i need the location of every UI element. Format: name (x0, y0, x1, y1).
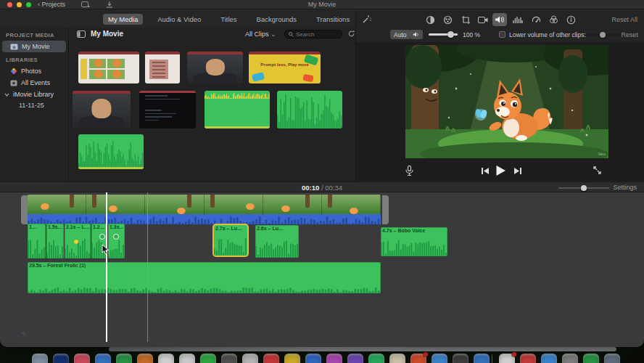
dock-app-icon[interactable] (520, 354, 536, 363)
volume-icon[interactable] (492, 13, 507, 26)
reset-button[interactable]: Reset (621, 31, 638, 38)
tab-titles[interactable]: Titles (215, 14, 242, 25)
stabilization-icon[interactable] (476, 13, 490, 26)
sidebar-item-imovie-library[interactable]: iMovie Library (0, 89, 68, 100)
dock-app-icon[interactable] (200, 354, 216, 363)
auto-volume-button[interactable]: Auto (390, 30, 410, 39)
clip-filter-icon[interactable] (546, 13, 561, 26)
clip-info-icon[interactable] (564, 13, 578, 26)
media-clip-audio-green[interactable] (277, 91, 342, 129)
mute-button[interactable] (410, 30, 423, 39)
timeline-audio-clip-selected[interactable]: 2.7s – Lu… (214, 225, 247, 256)
timeline-zoom-knob[interactable] (581, 185, 587, 191)
dock-app-icon[interactable] (116, 354, 132, 363)
media-clip-audio-voice[interactable] (78, 134, 144, 169)
play-button[interactable] (495, 165, 506, 176)
timeline-audio-clip[interactable]: 1.3s… (108, 224, 125, 258)
next-frame-button[interactable] (513, 167, 522, 175)
record-voiceover-mic-icon[interactable] (405, 166, 413, 176)
export-share-icon[interactable] (106, 1, 113, 8)
tab-transitions[interactable]: Transitions (311, 14, 355, 25)
playhead[interactable] (106, 192, 107, 342)
clip-effect-badge[interactable] (99, 234, 105, 240)
timeline-audio-clip[interactable]: 2.6s – Lu… (255, 225, 299, 258)
dock-app-icon[interactable] (604, 354, 620, 363)
dock-app-icon[interactable] (474, 354, 490, 363)
media-clip-terminal[interactable] (139, 91, 196, 129)
speed-icon[interactable] (529, 13, 543, 26)
dock-app-icon[interactable] (326, 354, 342, 363)
dock-app-icon[interactable] (32, 354, 48, 363)
sidebar-item-my-movie[interactable]: My Movie (2, 41, 66, 52)
dock-app-icon[interactable] (389, 354, 405, 363)
clip-trim-handle-left[interactable] (21, 195, 28, 224)
minimize-window-button[interactable] (17, 2, 22, 7)
dock-app-icon[interactable] (541, 354, 557, 363)
dock-app-icon[interactable] (583, 354, 599, 363)
dock-app-icon[interactable] (95, 354, 111, 363)
media-clip-audio-yellow[interactable] (205, 91, 270, 129)
clip-trim-handle-right[interactable] (382, 195, 389, 224)
dock-app-icon[interactable] (242, 354, 258, 363)
timeline-audio-clip[interactable]: 4.7s – Bobo Voice (381, 227, 447, 256)
lower-volume-slider-knob[interactable] (600, 32, 606, 38)
media-clip-document[interactable] (145, 52, 180, 83)
fullscreen-icon[interactable] (593, 166, 602, 175)
volume-slider-knob[interactable] (447, 31, 454, 38)
sidebar-toggle-icon[interactable] (77, 30, 86, 38)
color-balance-icon[interactable] (423, 13, 437, 26)
dock-app-icon[interactable] (432, 354, 447, 363)
noise-reduction-eq-icon[interactable] (511, 13, 525, 26)
tab-backgrounds[interactable]: Backgrounds (252, 14, 302, 25)
refresh-icon[interactable] (347, 30, 355, 38)
sidebar-item-event-11-11-25[interactable]: 11-11-25 (0, 100, 68, 110)
dock-app-icon[interactable] (562, 354, 578, 363)
timeline-audio-clip[interactable]: 1… (28, 224, 46, 258)
clip-effect-badge[interactable] (113, 234, 119, 240)
dock-app-icon[interactable] (499, 354, 515, 363)
timeline[interactable]: 1…1.5s…2.1s – L…1.2…1.3s…2.7s – Lu…2.6s … (0, 192, 644, 347)
video-preview[interactable]: Veo (405, 45, 608, 158)
dock-app-icon[interactable] (410, 354, 426, 363)
media-clip-slide[interactable]: Prompt less, Play more (249, 52, 321, 83)
lower-volume-checkbox[interactable] (499, 31, 505, 38)
dock-app-icon[interactable] (53, 354, 69, 363)
sidebar-item-all-events[interactable]: All Events (0, 77, 68, 89)
timeline-music-clip[interactable]: 29.5s – Forest Frolic (1) (28, 262, 381, 293)
skimmer-line[interactable] (147, 192, 148, 342)
import-media-icon[interactable] (81, 1, 90, 8)
color-correction-icon[interactable] (440, 13, 455, 26)
all-clips-filter[interactable]: All Clips ⌄ (245, 30, 276, 38)
sidebar-item-photos[interactable]: Photos (0, 65, 68, 77)
tab-my-media[interactable]: My Media (103, 14, 143, 25)
media-clip-browser-grid[interactable] (78, 52, 139, 83)
zoom-window-button[interactable] (26, 2, 31, 7)
lower-volume-slider-track[interactable] (587, 33, 624, 36)
timeline-settings-button[interactable]: Settings (613, 184, 637, 191)
video-clip-audio-waveform[interactable] (28, 214, 381, 224)
crop-icon[interactable] (458, 13, 473, 26)
dock-app-icon[interactable] (453, 354, 468, 363)
video-clip-filmstrip[interactable] (28, 195, 381, 214)
reset-all-button[interactable]: Reset All (611, 16, 637, 23)
search-field[interactable] (284, 30, 342, 38)
dock-app-icon[interactable] (179, 354, 195, 363)
timeline-audio-clip[interactable]: 2.1s – L… (65, 224, 91, 258)
dock-app-icon[interactable] (74, 354, 90, 363)
tab-audio-video[interactable]: Audio & Video (152, 14, 206, 25)
dock-app-icon[interactable] (368, 354, 384, 363)
dock-app-icon[interactable] (284, 354, 300, 363)
dock-app-icon[interactable] (305, 354, 321, 363)
previous-frame-button[interactable] (481, 167, 490, 175)
timeline-audio-clip[interactable]: 1.5s… (46, 224, 64, 258)
dock-app-icon[interactable] (263, 354, 279, 363)
back-to-projects-button[interactable]: ‹ Projects (38, 1, 65, 8)
media-clip-presenter-2[interactable] (73, 91, 131, 129)
dock-app-icon[interactable] (347, 354, 363, 363)
search-input[interactable] (296, 31, 338, 38)
media-clip-presenter-1[interactable] (187, 52, 243, 83)
dock-app-icon[interactable] (137, 354, 153, 363)
dock-app-icon[interactable] (158, 354, 174, 363)
dock-app-icon[interactable] (221, 354, 237, 363)
close-window-button[interactable] (7, 2, 12, 7)
